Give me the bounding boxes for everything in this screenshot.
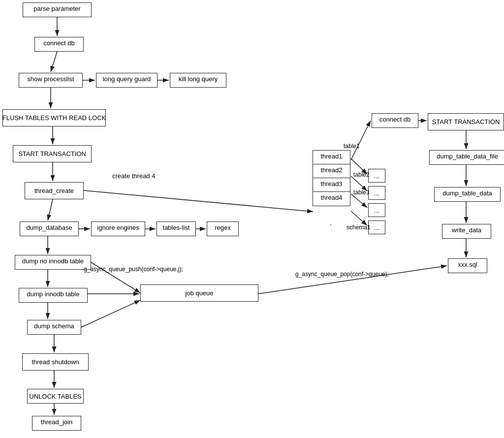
connect-db-right-node: connect db <box>372 113 418 128</box>
start-transaction-left-node: START TRANSACTION <box>13 145 92 162</box>
long-query-guard-node: long query guard <box>96 73 158 88</box>
dump-table-data-file-node: dump_table_data_file <box>429 150 504 165</box>
table2-label: table2 <box>353 171 370 178</box>
regex-node: regex <box>207 221 239 236</box>
dump-database-label: dump_database <box>26 224 72 231</box>
dump-innodb-node: dump innodb table <box>19 288 88 303</box>
flush-tables-label: FLUSH TABLES WITH READ LOCK <box>2 114 106 122</box>
table3-dot-node: ... <box>368 203 385 217</box>
thread2-node: thread2 <box>313 164 350 178</box>
job-queue-label: job queue <box>185 289 213 297</box>
parse-parameter-label: parse parameter <box>33 5 80 12</box>
svg-line-29 <box>258 266 447 294</box>
ignore-engines-label: ignore engines <box>97 224 139 231</box>
show-processlist-label: show processlist <box>27 75 74 83</box>
write-data-label: write_data <box>452 226 481 234</box>
table1-dot-label: ... <box>374 172 379 180</box>
schema1-dot-label: ... <box>374 224 379 231</box>
table1-label: table1 <box>344 143 360 150</box>
xxx-sql-node: xxx.sql <box>448 258 487 273</box>
dump-database-node: dump_database <box>20 221 79 236</box>
thread4-node: thread4 <box>313 192 350 206</box>
ignore-engines-node: ignore engines <box>91 221 145 236</box>
thread-join-node: thread_join <box>32 416 81 431</box>
thread-create-label: thread_create <box>34 187 74 194</box>
svg-line-3 <box>51 52 57 72</box>
long-query-guard-label: long query guard <box>103 75 151 83</box>
create-thread4-label: create thread 4 <box>112 172 155 180</box>
dump-schema-node: dump schema <box>27 320 81 335</box>
parse-parameter-node: parse parameter <box>23 2 92 17</box>
thread-create-node: thread_create <box>25 182 84 199</box>
thread1-node: thread1 <box>313 151 350 164</box>
xxx-sql-label: xxx.sql <box>458 261 477 268</box>
job-queue-node: job queue <box>140 284 258 302</box>
connect-db-right-label: connect db <box>379 116 411 123</box>
table2-dot-node: ... <box>368 186 385 200</box>
g-async-push-label: g_async_queue_push(conf->queue,j); <box>84 266 183 273</box>
connect-db-label: connect db <box>43 39 75 47</box>
thread1-label: thread1 <box>320 153 342 160</box>
svg-line-33 <box>351 211 367 225</box>
thread3-node: thread3 <box>313 178 350 192</box>
start-transaction-right-node: START TRANSACTION <box>428 113 504 130</box>
start-transaction-right-label: START TRANSACTION <box>432 118 500 125</box>
svg-line-9 <box>48 199 53 220</box>
svg-line-32 <box>351 194 367 208</box>
write-data-node: write_data <box>442 224 491 239</box>
table3-label: table3 <box>353 189 370 196</box>
show-processlist-node: show processlist <box>19 73 83 88</box>
kill-long-query-label: kill long query <box>179 75 218 83</box>
flush-tables-node: FLUSH TABLES WITH READ LOCK <box>2 109 106 126</box>
svg-line-21 <box>81 300 140 327</box>
dump-innodb-label: dump innodb table <box>27 290 80 298</box>
thread3-label: thread3 <box>320 180 342 188</box>
connect-db-node: connect db <box>34 37 84 52</box>
dump-no-innodb-node: dump no innodb table <box>15 255 91 270</box>
thread-shutdown-label: thread shutdown <box>32 358 79 366</box>
start-transaction-left-label: START TRANSACTION <box>18 150 86 157</box>
dump-no-innodb-label: dump no innodb table <box>22 257 84 265</box>
tables-list-node: tables-list <box>157 221 196 236</box>
dump-table-data-label: dump_table_data <box>442 189 492 197</box>
dump-table-data-node: dump_table_data <box>434 187 501 202</box>
unlock-tables-node: UNLOCK TABLES <box>27 389 84 404</box>
table3-dot-label: ... <box>374 207 379 214</box>
g-async-pop-label: g_async_queue_pop(conf->queue); <box>295 271 389 278</box>
schema1-dot-node: ... <box>368 220 385 234</box>
table2-dot-label: ... <box>374 189 379 197</box>
thread-join-label: thread_join <box>41 418 72 426</box>
vertical-dots: · <box>330 220 332 229</box>
thread4-label: thread4 <box>320 194 342 201</box>
dump-schema-label: dump schema <box>34 322 74 330</box>
thread-shutdown-node: thread shutdown <box>22 353 89 371</box>
schema1-label: schema1 <box>346 224 371 231</box>
dump-table-data-file-label: dump_table_data_file <box>437 153 498 160</box>
tables-list-label: tables-list <box>163 224 190 231</box>
regex-label: regex <box>215 224 231 231</box>
thread2-label: thread2 <box>320 166 342 174</box>
table1-dot-node: ... <box>368 169 385 183</box>
kill-long-query-node: kill long query <box>170 73 226 88</box>
unlock-tables-label: UNLOCK TABLES <box>29 393 81 400</box>
svg-line-22 <box>84 190 313 212</box>
svg-line-28 <box>351 121 371 160</box>
